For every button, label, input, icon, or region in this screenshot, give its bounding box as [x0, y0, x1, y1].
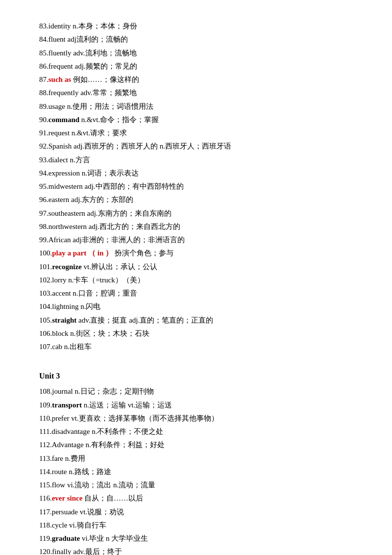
entry-word: recognize [52, 263, 82, 271]
list-item: 104.lightning n.闪电 [39, 300, 363, 313]
list-item: 84.fluent adj流利的；流畅的 [39, 33, 363, 46]
entry-details: n.运送；运输 vt.运输；运送 [82, 401, 172, 409]
list-item: 90.command n.&vt.命令；指令；掌握 [39, 113, 363, 126]
entry-number: 105. [39, 316, 52, 324]
entry-number: 109. [39, 401, 52, 409]
list-item: 111.disadvantage n.不利条件；不便之处 [39, 425, 363, 438]
entry-text: 113.fare n.费用 [39, 454, 85, 462]
entry-word: ever since [52, 494, 83, 502]
entry-text: 111.disadvantage n.不利条件；不便之处 [39, 428, 163, 435]
list-item: 87.such as 例如……；像这样的 [39, 73, 363, 86]
entry-number: 87. [39, 76, 49, 83]
entry-details: vi.毕业 n 大学毕业生 [80, 534, 148, 542]
entry-number: 100. [39, 249, 52, 257]
entry-text: 115.flow vi.流动；流出 n.流动；流量 [39, 481, 155, 489]
entry-word: graduate [52, 534, 80, 542]
list-item: 114.route n.路线；路途 [39, 465, 363, 478]
list-item: 88.frequently adv.常常；频繁地 [39, 86, 363, 99]
list-item: 94.expression n.词语；表示表达 [39, 167, 363, 179]
list-item: 106.block n.街区；块；木块；石块 [39, 327, 363, 340]
list-item: 117.persuade vt.说服；劝说 [39, 505, 363, 518]
list-item: 100.play a part （ in ） 扮演个角色；参与 [39, 247, 363, 259]
entry-text: 102.lorry n.卡车（=truck）（美） [39, 276, 145, 284]
list-item: 102.lorry n.卡车（=truck）（美） [39, 274, 363, 286]
list-item: 95.midwestern adj.中西部的；有中西部特性的 [39, 180, 363, 193]
list-item: 97.southeastern adj.东南方的；来自东南的 [39, 207, 363, 220]
entry-number: 90. [39, 116, 49, 124]
list-item: 101.recognize vt.辨认出；承认；公认 [39, 260, 363, 273]
list-item: 86.frequent adj.频繁的；常见的 [39, 60, 363, 73]
entry-text: 112.Advantage n.有利条件；利益；好处 [39, 441, 165, 449]
list-item: 99.African adj非洲的；非洲人的；非洲语言的 [39, 233, 363, 246]
entry-number: 116. [39, 494, 52, 502]
entry-text: 83.identity n.本身；本体；身份 [39, 22, 137, 30]
entry-text: 93.dialect n.方言 [39, 156, 90, 164]
entry-number: 101. [39, 263, 52, 271]
entry-text: 114.route n.路线；路途 [39, 468, 111, 476]
entries-section: 83.identity n.本身；本体；身份84.fluent adj流利的；流… [39, 20, 363, 353]
entry-def: 自从；自……以后 [82, 494, 143, 502]
list-item: 85.fluently adv.流利地；流畅地 [39, 47, 363, 59]
entry-word: command [49, 116, 79, 124]
entry-text: 99.African adj非洲的；非洲人的；非洲语言的 [39, 236, 185, 244]
list-item: 93.dialect n.方言 [39, 153, 363, 166]
entry-text: 84.fluent adj流利的；流畅的 [39, 35, 128, 43]
entry-def: 例如……；像这样的 [71, 76, 139, 83]
entry-text: 92.Spanish adj.西班牙的；西班牙人的 n.西班牙人；西班牙语 [39, 142, 231, 150]
list-item: 116.ever since 自从；自……以后 [39, 492, 363, 505]
list-item: 120.finally adv.最后；终于 [39, 545, 363, 555]
entry-def: 扮演个角色；参与 [113, 249, 173, 257]
list-item: 109.transport n.运送；运输 vt.运输；运送 [39, 399, 363, 411]
entry-text: 118.cycle vi.骑自行车 [39, 521, 106, 529]
entry-text: 88.frequently adv.常常；频繁地 [39, 89, 137, 97]
entry-text: 98.northwestern adj.西北方的；来自西北方的 [39, 223, 180, 230]
unit3-section: Unit 3108.journal n.日记；杂志；定期刊物109.transp… [39, 353, 363, 555]
entry-text: 94.expression n.词语；表示表达 [39, 169, 139, 177]
list-item: 105.straight adv.直接；挺直 adj.直的；笔直的；正直的 [39, 314, 363, 327]
list-item: 103.accent n.口音；腔调；重音 [39, 287, 363, 300]
list-item: 118.cycle vi.骑自行车 [39, 519, 363, 531]
entry-number: 119. [39, 534, 52, 542]
entry-details: vt.辨认出；承认；公认 [82, 263, 157, 271]
list-item: 108.journal n.日记；杂志；定期刊物 [39, 385, 363, 398]
list-item: 110.prefer vt.更喜欢；选择某事物（而不选择其他事物） [39, 412, 363, 425]
entry-text: 110.prefer vt.更喜欢；选择某事物（而不选择其他事物） [39, 414, 219, 422]
list-item: 98.northwestern adj.西北方的；来自西北方的 [39, 220, 363, 233]
entry-word: such as [49, 76, 71, 83]
entry-text: 96.eastern adj.东方的；东部的 [39, 196, 133, 203]
vocabulary-list: 83.identity n.本身；本体；身份84.fluent adj流利的；流… [39, 20, 363, 555]
list-item: 91.request n.&vt.请求；要求 [39, 126, 363, 139]
list-item: 112.Advantage n.有利条件；利益；好处 [39, 438, 363, 451]
entry-details: n.&vt.命令；指令；掌握 [79, 116, 159, 124]
list-item: 119.graduate vi.毕业 n 大学毕业生 [39, 532, 363, 545]
entry-text: 85.fluently adv.流利地；流畅地 [39, 49, 137, 57]
entry-text: 106.block n.街区；块；木块；石块 [39, 329, 149, 337]
entry-word: transport [52, 401, 82, 409]
entry-text: 95.midwestern adj.中西部的；有中西部特性的 [39, 182, 184, 190]
entry-text: 117.persuade vt.说服；劝说 [39, 508, 124, 516]
list-item: 92.Spanish adj.西班牙的；西班牙人的 n.西班牙人；西班牙语 [39, 140, 363, 152]
entry-text: 86.frequent adj.频繁的；常见的 [39, 62, 137, 70]
unit3-title: Unit 3 [39, 369, 363, 383]
list-item: 113.fare n.费用 [39, 452, 363, 465]
entry-details: adv.直接；挺直 adj.直的；笔直的；正直的 [76, 316, 213, 324]
entry-text: 104.lightning n.闪电 [39, 303, 100, 310]
entry-text: 89.usage n.使用；用法；词语惯用法 [39, 102, 153, 110]
entry-text: 107.cab n.出租车 [39, 343, 92, 351]
entry-text: 108.journal n.日记；杂志；定期刊物 [39, 387, 154, 395]
entry-word: play a part （ in ） [52, 249, 113, 257]
entry-word: straight [52, 316, 76, 324]
list-item: 89.usage n.使用；用法；词语惯用法 [39, 100, 363, 113]
entry-text: 120.finally adv.最后；终于 [39, 548, 122, 555]
entry-text: 91.request n.&vt.请求；要求 [39, 129, 127, 137]
entry-text: 103.accent n.口音；腔调；重音 [39, 289, 137, 297]
entry-text: 97.southeastern adj.东南方的；来自东南的 [39, 209, 172, 217]
list-item: 96.eastern adj.东方的；东部的 [39, 193, 363, 206]
list-item: 115.flow vi.流动；流出 n.流动；流量 [39, 479, 363, 491]
list-item: 83.identity n.本身；本体；身份 [39, 20, 363, 32]
list-item: 107.cab n.出租车 [39, 340, 363, 353]
